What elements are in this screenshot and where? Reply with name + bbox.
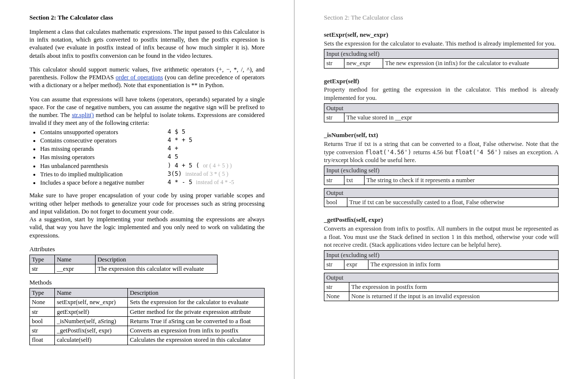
criteria-example: 4 +	[168, 145, 178, 153]
criteria-example: 4 * + 5	[168, 137, 193, 144]
attributes-heading: Attributes	[29, 245, 265, 254]
table-row: str __expr The expression this calculato…	[30, 264, 218, 274]
table-row: floatcalculate(self)Calculates the expre…	[30, 335, 265, 345]
isnumber-output-table: Output bool True if txt can be successfu…	[324, 188, 559, 208]
getpostfix-input-table: Input (excluding self) str expr The expr…	[324, 250, 559, 270]
intro-paragraph-2: This calculator should support numeric v…	[29, 66, 265, 90]
method-setexpr-desc: Sets the expression for the calculator t…	[324, 40, 559, 47]
methods-table: Type Name Description NonesetExpr(self, …	[29, 288, 265, 345]
intro-paragraph-1: Implement a class that calculates mathem…	[29, 28, 265, 60]
io-output-label: Output	[324, 103, 559, 113]
table-row: strgetExpr(self)Getter method for the pr…	[30, 307, 265, 316]
criteria-text: Tries to do implied multiplication	[40, 170, 168, 178]
method-isnumber-sig: _isNumber(self, txt)	[324, 131, 559, 140]
io-output-label: Output	[324, 188, 559, 197]
getpostfix-output-table: Output str The expression in postfix for…	[324, 273, 559, 302]
table-row: str new_expr The new expression (in infi…	[324, 59, 559, 68]
criteria-item: Includes a space before a negative numbe…	[40, 179, 265, 187]
criteria-example: 4 5	[168, 153, 178, 161]
table-row: bool_isNumber(self, aSring)Returns True …	[30, 316, 265, 326]
invalid-criteria-list: Contains unsupported operators4 $ 5 Cont…	[29, 128, 265, 187]
section-title-gray: Section 2: The Calculator class	[324, 14, 559, 22]
table-row: str txt The string to check if it repres…	[324, 175, 559, 185]
io-output-label: Output	[324, 273, 559, 282]
table-row: bool True if txt can be successfully cas…	[324, 198, 559, 207]
order-of-operations-link[interactable]: order of operations	[116, 74, 163, 81]
page-right: Section 2: The Calculator class setExpr(…	[294, 0, 588, 379]
page-left: Section 2: The Calculator class Implemen…	[0, 0, 294, 379]
suggestion-paragraph: As a suggestion, start by implementing y…	[29, 215, 265, 239]
meth-header-type: Type	[30, 288, 55, 298]
criteria-example: 4 $ 5	[168, 128, 185, 136]
meth-header-name: Name	[55, 288, 128, 298]
table-row: NonesetExpr(self, new_expr)Sets the expr…	[30, 298, 265, 307]
table-row: str_getPostfix(self, expr)Converts an ex…	[30, 326, 265, 335]
criteria-item: Has missing operators4 5	[40, 153, 265, 161]
method-setexpr-sig: setExpr(self, new_expr)	[324, 31, 559, 39]
io-input-label: Input (excluding self)	[324, 166, 559, 175]
intro-paragraph-3: You can assume that expressions will hav…	[29, 95, 265, 127]
criteria-item: Tries to do implied multiplication3(5) i…	[40, 170, 265, 178]
method-getpostfix-sig: _getPostfix(self, expr)	[324, 216, 559, 224]
table-row: str The expression in postfix form	[324, 282, 559, 291]
attr-header-name: Name	[55, 255, 96, 264]
io-input-label: Input (excluding self)	[324, 251, 559, 260]
criteria-text: Has missing operands	[40, 145, 168, 153]
method-isnumber-desc: Returns True if txt is a string that can…	[324, 140, 559, 164]
criteria-item: Contains consecutive operators4 * + 5	[40, 137, 265, 144]
isnumber-input-table: Input (excluding self) str txt The strin…	[324, 166, 559, 185]
method-getpostfix-desc: Converts an expression from infix to pos…	[324, 225, 559, 249]
table-row: None None is returned if the input is an…	[324, 292, 559, 301]
attr-desc: The expression this calculator will eval…	[96, 264, 218, 274]
criteria-text: Contains unsupported operators	[40, 128, 168, 136]
str-split-link[interactable]: str.split()	[72, 112, 94, 118]
meth-header-desc: Description	[128, 288, 265, 298]
io-input-label: Input (excluding self)	[324, 49, 559, 59]
method-getexpr-desc: Property method for getting the expressi…	[324, 86, 559, 102]
criteria-item: Has missing operands4 +	[40, 145, 265, 153]
getexpr-output-table: Output str The value stored in __expr	[324, 103, 559, 123]
attr-type: str	[30, 264, 55, 274]
setexpr-input-table: Input (excluding self) str new_expr The …	[324, 49, 559, 69]
criteria-text: Contains consecutive operators	[40, 137, 168, 144]
attributes-table: Type Name Description str __expr The exp…	[29, 255, 218, 274]
attr-name: __expr	[55, 264, 96, 274]
encapsulation-paragraph: Make sure to have proper encapsulation o…	[29, 191, 265, 215]
criteria-example: 4 * - 5 instead of 4 * -5	[168, 179, 234, 187]
criteria-example: 3(5) instead of 3 * ( 5 )	[168, 170, 228, 178]
criteria-text: Includes a space before a negative numbe…	[40, 179, 168, 187]
criteria-text: Has unbalanced parenthesis	[40, 162, 168, 170]
criteria-item: Contains unsupported operators4 $ 5	[40, 128, 265, 136]
criteria-example: ) 4 + 5 ( or ( 4 + 5 ) )	[168, 162, 232, 170]
attr-header-type: Type	[30, 255, 55, 264]
table-row: str expr The expression in infix form	[324, 260, 559, 269]
criteria-item: Has unbalanced parenthesis) 4 + 5 ( or (…	[40, 162, 265, 170]
section-title: Section 2: The Calculator class	[29, 14, 265, 22]
method-getexpr-sig: getExpr(self)	[324, 77, 559, 86]
criteria-text: Has missing operators	[40, 153, 168, 161]
document-spread: Section 2: The Calculator class Implemen…	[0, 0, 588, 379]
attr-header-desc: Description	[96, 255, 218, 264]
methods-heading: Methods	[29, 279, 265, 287]
table-row: str The value stored in __expr	[324, 113, 559, 122]
